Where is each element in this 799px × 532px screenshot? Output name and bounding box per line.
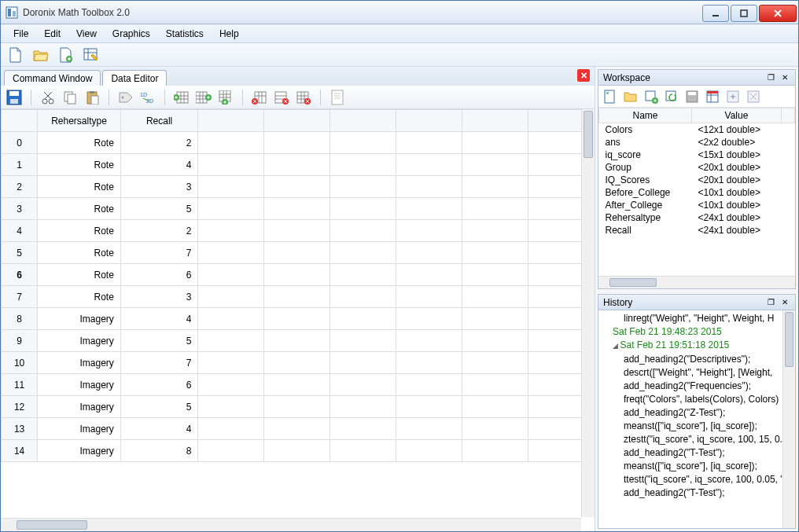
cell-empty[interactable] <box>462 264 528 286</box>
history-line[interactable]: add_heading2("T-Test"); <box>602 486 792 500</box>
paste-icon[interactable] <box>83 89 101 106</box>
history-line[interactable]: ztestt("iq_score", iq_score, 100, 15, 0.… <box>602 433 792 446</box>
cell-empty[interactable] <box>264 374 330 396</box>
cell-empty[interactable] <box>264 352 330 374</box>
menu-statistics[interactable]: Statistics <box>158 26 212 42</box>
cell[interactable]: Rote <box>38 264 121 286</box>
grid-vertical-scrollbar[interactable] <box>581 109 595 517</box>
cell-empty[interactable] <box>330 154 396 176</box>
cell-empty[interactable] <box>396 308 462 330</box>
save-icon[interactable] <box>6 89 23 106</box>
cell-empty[interactable] <box>396 264 462 286</box>
cell-empty[interactable] <box>462 396 528 418</box>
cell-empty[interactable] <box>264 132 330 154</box>
cell-empty[interactable] <box>330 264 396 286</box>
workspace-row[interactable]: Recall<24x1 double> <box>599 224 795 237</box>
new-script-icon[interactable] <box>57 46 75 64</box>
insert-row-icon[interactable] <box>217 89 234 106</box>
cell-empty[interactable] <box>330 308 396 330</box>
cell-empty[interactable] <box>198 242 264 264</box>
cell[interactable]: Imagery <box>38 440 121 462</box>
cell[interactable]: Imagery <box>38 374 121 396</box>
table-row[interactable]: 7Rote3 <box>2 286 595 308</box>
tab-command-window[interactable]: Command Window <box>4 70 101 86</box>
cell-empty[interactable] <box>198 264 264 286</box>
workspace-row[interactable]: IQ_Scores<20x1 double> <box>599 174 795 186</box>
cell-empty[interactable] <box>462 418 528 440</box>
ws-save-icon[interactable] <box>683 88 701 105</box>
cell-empty[interactable] <box>264 220 330 242</box>
insert-col-left-icon[interactable] <box>173 89 190 106</box>
workspace-h-scrollbar[interactable] <box>598 276 795 288</box>
table-row[interactable]: 3Rote5 <box>2 198 595 220</box>
cell[interactable]: 4 <box>120 308 197 330</box>
cell[interactable]: Rote <box>38 242 121 264</box>
table-edit-icon[interactable] <box>83 46 100 64</box>
row-index[interactable]: 3 <box>2 198 38 220</box>
close-button[interactable] <box>759 5 797 22</box>
row-index[interactable]: 0 <box>2 132 38 154</box>
cell-empty[interactable] <box>462 286 528 308</box>
cell-empty[interactable] <box>198 198 264 220</box>
delete-col-icon[interactable] <box>251 89 268 106</box>
cell-empty[interactable] <box>264 264 330 286</box>
insert-col-right-icon[interactable] <box>195 89 212 106</box>
cell[interactable]: 4 <box>120 154 197 176</box>
history-line[interactable]: descrt(["Weight", "Height"], [Weight, <box>602 366 792 380</box>
cell-empty[interactable] <box>198 418 264 440</box>
table-row[interactable]: 9Imagery5 <box>2 330 595 352</box>
cell-empty[interactable] <box>264 154 330 176</box>
table-row[interactable]: 0Rote2 <box>2 132 595 154</box>
panel-undock-icon[interactable]: ❐ <box>765 297 776 308</box>
cell[interactable]: Imagery <box>38 308 121 330</box>
ws-add-icon[interactable] <box>643 88 660 105</box>
table-row[interactable]: 10Imagery7 <box>2 352 595 374</box>
row-index[interactable]: 1 <box>2 154 38 176</box>
cell-empty[interactable] <box>462 330 528 352</box>
cell-empty[interactable] <box>462 352 528 374</box>
properties-icon[interactable] <box>329 89 346 106</box>
panel-undock-icon[interactable]: ❐ <box>765 72 776 83</box>
cell-empty[interactable] <box>462 308 528 330</box>
grid-col-header[interactable]: Recall <box>120 110 197 132</box>
cell-empty[interactable] <box>396 176 462 198</box>
history-line[interactable]: Sat Feb 21 19:48:23 2015 <box>602 325 792 339</box>
cell[interactable]: 3 <box>120 286 197 308</box>
cell[interactable]: Imagery <box>38 418 121 440</box>
ws-col-name[interactable]: Name <box>599 108 692 123</box>
cell-empty[interactable] <box>396 352 462 374</box>
row-index[interactable]: 8 <box>2 308 38 330</box>
table-row[interactable]: 2Rote3 <box>2 176 595 198</box>
row-index[interactable]: 7 <box>2 286 38 308</box>
cell[interactable]: Rote <box>38 220 121 242</box>
history-list[interactable]: linregt("Weight", "Height", Weight, HSat… <box>598 310 795 528</box>
cell-empty[interactable] <box>396 132 462 154</box>
row-index[interactable]: 6 <box>2 264 38 286</box>
cell-empty[interactable] <box>264 440 330 462</box>
table-row[interactable]: 4Rote2 <box>2 220 595 242</box>
cell-empty[interactable] <box>396 242 462 264</box>
cell-empty[interactable] <box>330 242 396 264</box>
row-index[interactable]: 13 <box>2 418 38 440</box>
cell-empty[interactable] <box>396 396 462 418</box>
table-row[interactable]: 6Rote6 <box>2 264 595 286</box>
cell-empty[interactable] <box>330 418 396 440</box>
cell[interactable]: 5 <box>120 396 197 418</box>
cell[interactable]: 6 <box>120 264 197 286</box>
table-row[interactable]: 11Imagery6 <box>2 374 595 396</box>
row-index[interactable]: 12 <box>2 396 38 418</box>
cell[interactable]: Imagery <box>38 330 121 352</box>
cell-empty[interactable] <box>462 374 528 396</box>
cell-empty[interactable] <box>198 220 264 242</box>
cell-empty[interactable] <box>264 418 330 440</box>
history-line[interactable]: meanst(["iq_score"], [iq_score]); <box>602 460 792 473</box>
history-line[interactable]: linregt("Weight", "Height", Weight, H <box>602 312 792 325</box>
ws-new-icon[interactable] <box>602 88 619 105</box>
grid-col-header[interactable]: Rehersaltype <box>38 110 121 132</box>
workspace-row[interactable]: Rehersaltype<24x1 double> <box>599 211 795 224</box>
history-v-scrollbar[interactable] <box>782 310 795 528</box>
cell-empty[interactable] <box>264 330 330 352</box>
cell-empty[interactable] <box>198 330 264 352</box>
minimize-button[interactable] <box>702 5 729 22</box>
delete-row-icon[interactable] <box>273 89 290 106</box>
